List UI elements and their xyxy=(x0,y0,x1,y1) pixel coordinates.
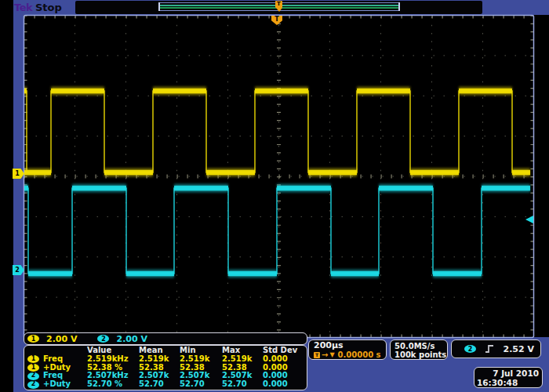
channel-badge: 1 xyxy=(27,355,39,363)
channel-scale-readout: 1 2.00 V 2 2.00 V xyxy=(24,332,307,345)
sample-rate: 50.0MS/s xyxy=(394,342,447,351)
trigger-readout[interactable]: 2 2.52 V xyxy=(451,339,541,358)
delay-arrow-icon: → xyxy=(322,350,328,360)
measurement-max: 52.70 xyxy=(222,380,263,389)
measurement-min: 52.70 xyxy=(180,380,222,389)
ch2-scale-readout[interactable]: 2.00 V xyxy=(116,334,147,344)
measurement-name: +Duty xyxy=(43,380,71,389)
delay-marker-icon: ▼ xyxy=(329,350,334,360)
channel-badge: 2 xyxy=(27,372,39,380)
trigger-level-arrow[interactable] xyxy=(525,216,533,223)
measurement-stddev: 0.000 xyxy=(263,380,307,389)
acquisition-readout[interactable]: 50.0MS/s 100k points xyxy=(390,339,448,360)
datetime-readout: 7 Jul 2010 16:30:48 xyxy=(474,367,543,388)
trigger-slope-icon xyxy=(484,343,495,354)
measurement-row: 2+Duty52.70 %52.7052.7052.700.000 xyxy=(24,380,307,389)
measurement-table: Value Mean Min Max Std Dev 1Freq2.519kHz… xyxy=(24,345,307,390)
measurement-mean: 52.70 xyxy=(139,380,180,389)
trigger-t-icon: T xyxy=(314,352,320,358)
timebase-scale: 200µs xyxy=(314,341,386,350)
measurement-stddev: 0.000 xyxy=(263,355,307,364)
measurement-value: 52.70 % xyxy=(87,380,139,389)
channel-badge: 1 xyxy=(27,364,39,372)
ch1-badge[interactable]: 1 xyxy=(27,335,39,343)
measurement-max: 2.519k xyxy=(222,355,263,364)
measurement-name: Freq xyxy=(43,355,63,364)
measurement-min: 2.519k xyxy=(180,355,222,364)
measurement-mean: 2.519k xyxy=(139,355,180,364)
date-label: 7 Jul 2010 xyxy=(477,368,539,378)
record-length: 100k points xyxy=(394,350,447,360)
time-label: 16:30:48 xyxy=(477,378,539,387)
measurement-row: 1Freq2.519kHz2.519k2.519k2.519k0.000 xyxy=(24,355,307,364)
ch2-badge[interactable]: 2 xyxy=(97,335,109,343)
channel-badge: 2 xyxy=(27,381,39,389)
ch1-scale-readout[interactable]: 2.00 V xyxy=(46,334,77,344)
horizontal-position-value: 0.00000 s xyxy=(338,350,381,360)
measurement-value: 2.519kHz xyxy=(87,355,139,364)
trigger-source-badge: 2 xyxy=(464,345,476,353)
trigger-level-value: 2.52 V xyxy=(504,344,534,354)
horizontal-position-readout: T → ▼ 0.00000 s xyxy=(314,350,386,360)
timebase-readout[interactable]: 200µs T → ▼ 0.00000 s xyxy=(308,339,387,360)
